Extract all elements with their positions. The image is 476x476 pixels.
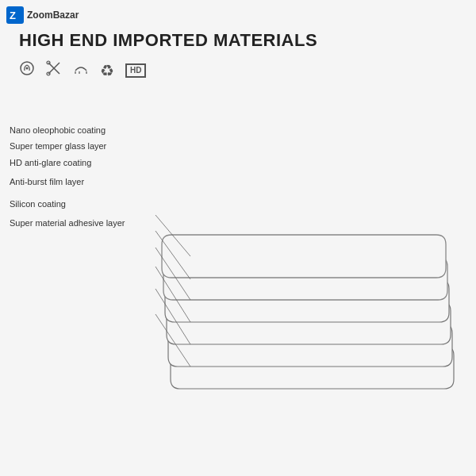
scratch-resistant-icon [46,60,62,80]
label-nano-oleophobic: Nano oleophobic coating [10,125,156,136]
logo-icon: Z [6,6,24,24]
layers-diagram: Nano oleophobic coating Super temper gla… [0,86,476,451]
logo-area: Z ZoomBazar [6,6,79,24]
feature-icons-row: ♻ HD [19,60,146,80]
fingerprint-resistant-icon [19,60,35,80]
label-hd-antiglare: HD anti-glare coating [10,158,156,169]
page-title: HIGH END IMPORTED MATERIALS [19,30,317,51]
svg-point-3 [26,67,29,70]
page-container: Z ZoomBazar HIGH END IMPORTED MATERIALS [0,0,476,476]
dust-resistant-icon [73,60,89,80]
logo-text: ZoomBazar [27,10,79,21]
label-antiburst: Anti-burst film layer [10,177,156,188]
label-silicon: Silicon coating [10,199,156,210]
svg-text:Z: Z [10,10,16,21]
hd-badge: HD [125,63,146,78]
label-adhesive: Super material adhesive layer [10,218,156,229]
recycle-icon: ♻ [100,61,114,80]
label-super-temper: Super temper glass layer [10,141,156,152]
layers-svg [0,86,476,451]
